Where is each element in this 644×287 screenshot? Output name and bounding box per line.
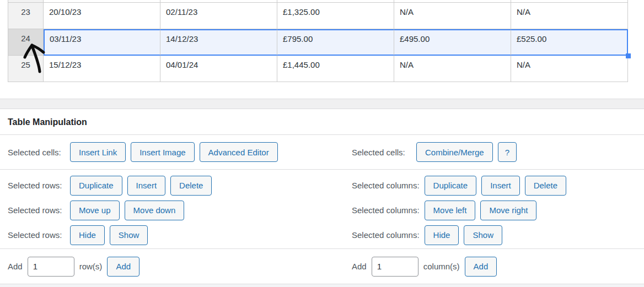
page: 2320/10/2302/11/23£1,325.00N/AN/A2403/11… [0,0,644,287]
add-columns-unit-label: column(s) [423,262,460,271]
table-cell[interactable]: 02/11/23 [160,3,277,29]
selected-rows-label: Selected rows: [8,205,65,215]
button-hide-columns[interactable]: Hide [425,225,459,245]
spreadsheet-body: 2320/10/2302/11/23£1,325.00N/AN/A2403/11… [8,3,629,82]
panel-sections: Selected cells:Insert LinkInsert ImageAd… [0,135,644,284]
table-cell[interactable]: 14/12/23 [160,29,277,56]
selected-columns-label: Selected columns: [352,230,420,240]
selected-cells-label: Selected cells: [8,148,65,157]
add-columns-button[interactable]: Add [465,257,497,277]
button-show-rows[interactable]: Show [110,225,148,245]
selected-cells-left-group: Selected cells:Insert LinkInsert ImageAd… [8,142,278,162]
table-cell[interactable]: £495.00 [394,29,511,56]
selected-cells-right-group: Selected cells:Combine/Merge? [352,142,517,162]
button-combine-merge-cells[interactable]: Combine/Merge [416,142,493,162]
table-cell[interactable]: £1,445.00 [277,56,394,82]
bottom-separator [0,284,644,287]
selected-rows-left-group: Selected rows:HideShow [8,225,148,245]
button-help-cells[interactable]: ? [498,142,517,162]
add-rows-count-input[interactable] [28,257,74,277]
table-row-24: 2403/11/2314/12/23£795.00£495.00£525.00 [8,29,629,56]
control-row: Selected rows:HideShowSelected columns:H… [0,223,644,247]
button-insert-columns[interactable]: Insert [481,176,520,196]
add-columns-count-input[interactable] [372,257,418,277]
spreadsheet: 2320/10/2302/11/23£1,325.00N/AN/A2403/11… [8,0,629,82]
selected-rows-label: Selected rows: [8,181,65,190]
selection-drag-handle[interactable] [626,53,631,58]
control-row: Selected rows:Move upMove downSelected c… [0,198,644,223]
button-insert-link-cells[interactable]: Insert Link [70,142,126,162]
control-row: Selected rows:DuplicateInsertDeleteSelec… [0,173,644,198]
table-cell[interactable]: N/A [511,56,628,82]
button-move-left-columns[interactable]: Move left [425,201,476,220]
button-move-right-columns[interactable]: Move right [480,201,536,220]
table-cell[interactable]: N/A [394,56,511,82]
button-move-up-rows[interactable]: Move up [70,201,120,220]
button-duplicate-columns[interactable]: Duplicate [425,176,477,196]
selected-rows-label: Selected rows: [8,230,65,240]
table-row-25: 2515/12/2304/01/24£1,445.00N/AN/A [8,56,629,82]
panel-section-1: Selected rows:DuplicateInsertDeleteSelec… [0,170,644,249]
table-cell[interactable]: £1,325.00 [277,3,394,29]
table-cell[interactable]: N/A [511,3,628,29]
table-cell[interactable]: N/A [394,3,511,29]
button-duplicate-rows[interactable]: Duplicate [70,176,122,196]
panel-title: Table Manipulation [0,109,644,135]
panel-section-0: Selected cells:Insert LinkInsert ImageAd… [0,135,644,170]
button-delete-columns[interactable]: Delete [525,176,566,196]
button-insert-image-cells[interactable]: Insert Image [131,142,194,162]
add-columns-group: Addcolumn(s)Add [352,257,497,277]
add-columns-label: Add [352,262,367,271]
selected-columns-right-group: Selected columns:HideShow [352,225,502,245]
row-header-25[interactable]: 25 [8,56,44,82]
selected-columns-right-group: Selected columns:Move leftMove right [352,201,536,220]
selected-rows-left-group: Selected rows:Move upMove down [8,201,184,220]
selected-rows-left-group: Selected rows:DuplicateInsertDelete [8,176,212,196]
button-delete-rows[interactable]: Delete [170,176,212,196]
panel-section-2: Addrow(s)AddAddcolumn(s)Add [0,249,644,284]
button-move-down-rows[interactable]: Move down [125,201,185,220]
button-advanced-editor-cells[interactable]: Advanced Editor [200,142,278,162]
row-header-24[interactable]: 24 [8,29,44,56]
button-hide-rows[interactable]: Hide [70,225,105,245]
button-insert-rows[interactable]: Insert [127,176,166,196]
add-rows-unit-label: row(s) [79,262,103,271]
control-row: Addrow(s)AddAddcolumn(s)Add [0,249,644,284]
row-header-23[interactable]: 23 [8,3,44,29]
table-cell[interactable]: 15/12/23 [44,56,160,82]
table-cell[interactable]: £795.00 [277,29,394,56]
table-cell[interactable]: 03/11/23 [44,29,160,56]
button-show-columns[interactable]: Show [464,225,502,245]
add-rows-button[interactable]: Add [107,257,139,277]
table-cell[interactable]: 20/10/23 [44,3,160,29]
control-row: Selected cells:Insert LinkInsert ImageAd… [0,135,644,169]
section-separator-band [0,99,644,109]
table-manipulation-panel: Table Manipulation Selected cells:Insert… [0,109,644,284]
selected-columns-right-group: Selected columns:DuplicateInsertDelete [352,176,566,196]
selected-columns-label: Selected columns: [352,205,420,215]
add-rows-label: Add [8,262,23,271]
add-rows-group: Addrow(s)Add [8,257,139,277]
table-cell[interactable]: 04/01/24 [160,56,277,82]
table-cell[interactable]: £525.00 [511,29,628,56]
selected-columns-label: Selected columns: [352,181,420,190]
selected-cells-label: Selected cells: [352,148,411,157]
table-row-23: 2320/10/2302/11/23£1,325.00N/AN/A [8,3,629,29]
